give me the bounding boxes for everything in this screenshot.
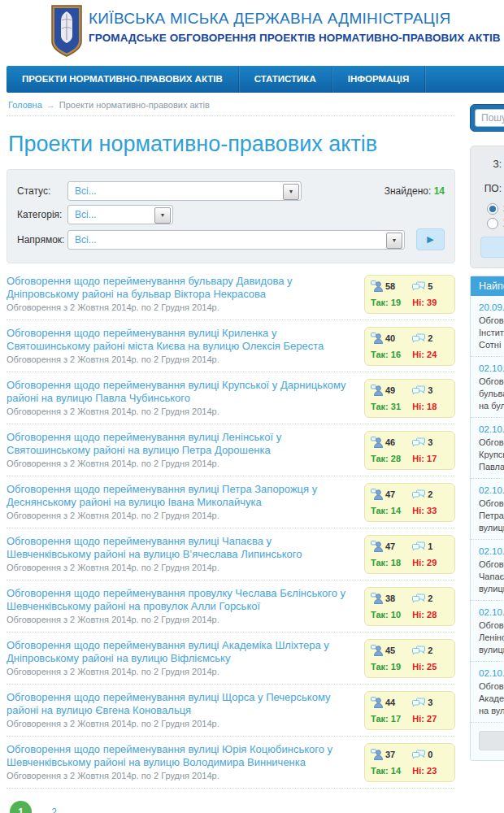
discussion-title-link[interactable]: Обговорення щодо перейменування вулиці К… [7, 327, 353, 352]
discussion-title-link[interactable]: Обговорення щодо перейменування бульвару… [7, 275, 353, 300]
yes-votes: Так: 31 [371, 402, 412, 411]
person-icon [371, 437, 383, 448]
no-value: 23 [427, 766, 437, 776]
person-icon [371, 489, 383, 500]
popular-item-title[interactable]: Обговорення щодо перейменування вулиціЛе… [479, 620, 504, 656]
person-icon [371, 645, 383, 656]
votes-count-value: 44 [385, 698, 395, 707]
discussion-period: Обговорення з 2 Жовтня 2014р. по 2 Грудн… [7, 563, 353, 572]
category-select-value: Всі... [75, 209, 97, 220]
popular-item-date-link[interactable]: 02.10.2014 [479, 606, 504, 619]
direction-select-value: Всі... [75, 234, 97, 246]
list-item: Обговорення щодо перейменування провулку… [7, 580, 455, 633]
yes-votes: Так: 14 [371, 766, 412, 776]
status-select[interactable]: Всі... ▼ [67, 181, 302, 201]
person-icon [371, 333, 383, 344]
date-to-row: ПО: [480, 179, 504, 198]
no-votes: Ні: 23 [412, 766, 449, 776]
yes-value: 19 [391, 662, 401, 672]
popular-panel-header: Найпопулярніші [471, 276, 504, 296]
votes-count: 58 [371, 280, 412, 292]
nav-item[interactable]: СТАТИСТИКА [239, 66, 332, 93]
direction-label: Напрямок: [17, 234, 67, 246]
comments-count: 0 [412, 749, 449, 760]
discussion-title-link[interactable]: Обговорення щодо перейменування вулиці Л… [7, 431, 353, 456]
popular-item-date-link[interactable]: 02.10.2014 [479, 424, 504, 436]
votes-count-value: 47 [385, 489, 395, 499]
category-select[interactable]: Всі... ▼ [67, 205, 173, 224]
list-item-text: Обговорення щодо перейменування вулиці Л… [7, 431, 364, 470]
nav-item[interactable]: ПРОЕКТИ НОРМАТИВНО-ПРАВОВИХ АКТІВ [7, 66, 239, 93]
yes-value: 19 [391, 298, 401, 307]
popular-item-title[interactable]: Обговорення щодо перейменування вулиціАк… [479, 680, 504, 717]
breadcrumb-divider [7, 115, 455, 116]
comments-count: 2 [412, 489, 449, 500]
comments-count-value: 3 [428, 385, 432, 395]
sort-option[interactable]: Зворотній [487, 203, 504, 215]
list-item: Обговорення щодо перейменування вулиці К… [7, 372, 455, 424]
discussion-title-link[interactable]: Обговорення щодо перейменування вулиці Ю… [7, 743, 353, 768]
discussion-title-link[interactable]: Обговорення щодо перейменування вулиці П… [7, 483, 353, 508]
popular-item: 02.10.2014 Обговорення щодо перейменуван… [471, 479, 504, 540]
sort-option[interactable]: Хронологічний [487, 218, 504, 229]
no-value: 33 [427, 506, 437, 515]
no-label: Ні: [412, 558, 424, 567]
popular-item-title[interactable]: Обговорення щодо перейменування вулиціПе… [479, 498, 504, 534]
popular-item-title[interactable]: Обговорення щодо перейменування вулиціІн… [479, 315, 504, 351]
popular-item-date-link[interactable]: 02.10.2014 [479, 485, 504, 497]
date-filter-apply-button[interactable] [480, 237, 504, 258]
votes-count-value: 49 [385, 385, 395, 395]
popular-item-title[interactable]: Обговорення щодо перейменування вулиціКр… [479, 437, 504, 473]
popular-more-button[interactable] [479, 731, 504, 750]
votes-count-value: 47 [385, 541, 395, 551]
apply-filter-button[interactable]: ▶ [416, 228, 445, 250]
found-value: 14 [434, 185, 445, 197]
kyiv-coat-of-arms-logo [50, 4, 83, 58]
list-item: Обговорення щодо перейменування вулиці Ю… [7, 737, 455, 789]
list-item-text: Обговорення щодо перейменування вулиці К… [7, 379, 364, 418]
breadcrumb-home-link[interactable]: Головна [8, 100, 42, 110]
discussion-title-link[interactable]: Обговорення щодо перейменування вулиці Щ… [7, 691, 353, 716]
popular-item: 02.10.2014 Обговорення щодо перейменуван… [471, 418, 504, 479]
comments-icon [412, 698, 425, 708]
popular-item-date-link[interactable]: 02.10.2014 [479, 546, 504, 558]
popular-item-date-link[interactable]: 02.10.2014 [479, 667, 504, 680]
discussion-title-link[interactable]: Обговорення щодо перейменування вулиці Ч… [7, 535, 353, 560]
chevron-down-icon[interactable]: ▼ [154, 207, 171, 224]
votes-count: 47 [371, 489, 412, 500]
discussion-period: Обговорення з 2 Жовтня 2014р. по 2 Грудн… [7, 719, 353, 728]
popular-item-date-link[interactable]: 02.10.2014 [479, 363, 504, 375]
popular-item-title[interactable]: Обговорення щодо перейменування вулиціЧа… [479, 559, 504, 595]
header-text: КИЇВСЬКА МІСЬКА ДЕРЖАВНА АДМІНІСТРАЦІЯ Г… [89, 4, 501, 44]
breadcrumb-current: Проекти нормативно-правових актів [59, 100, 210, 110]
page-number-button[interactable]: 2 [43, 801, 65, 813]
discussion-title-link[interactable]: Обговорення щодо перейменування вулиці А… [7, 639, 353, 664]
chevron-down-icon[interactable]: ▼ [386, 233, 402, 249]
chevron-down-icon[interactable]: ▼ [283, 184, 299, 200]
page-number-button[interactable]: 1 [10, 801, 32, 813]
comments-icon [412, 437, 425, 448]
discussion-title-link[interactable]: Обговорення щодо перейменування провулку… [7, 587, 353, 612]
list-item: Обговорення щодо перейменування вулиці А… [7, 633, 455, 685]
stats-box: 47 1 Так: 18 Ні: 29 [364, 535, 455, 574]
no-label: Ні: [412, 766, 424, 776]
nav-item[interactable]: ІНФОРМАЦІЯ [332, 66, 426, 93]
search-input[interactable] [475, 109, 504, 127]
list-item-text: Обговорення щодо перейменування вулиці П… [7, 483, 364, 522]
votes-count: 38 [371, 593, 412, 604]
yes-label: Так: [371, 714, 389, 724]
popular-item-title[interactable]: Обговорення щодо перейменуваннябульвару … [479, 376, 504, 412]
discussion-period: Обговорення з 2 Жовтня 2014р. по 2 Грудн… [7, 667, 353, 676]
no-label: Ні: [412, 714, 424, 724]
popular-item-date-link[interactable]: 20.09.2014 [479, 302, 504, 314]
radio-button-icon[interactable] [487, 218, 498, 229]
comments-icon [412, 385, 425, 396]
no-value: 24 [427, 350, 437, 359]
radio-button-icon[interactable] [487, 203, 498, 215]
stats-box: 46 3 Так: 28 Ні: 17 [364, 431, 455, 470]
discussion-title-link[interactable]: Обговорення щодо перейменування вулиці К… [7, 379, 353, 404]
no-value: 28 [427, 610, 437, 620]
direction-select[interactable]: Всі... ▼ [67, 230, 405, 250]
status-label: Статус: [17, 185, 67, 197]
yes-label: Так: [371, 610, 389, 620]
